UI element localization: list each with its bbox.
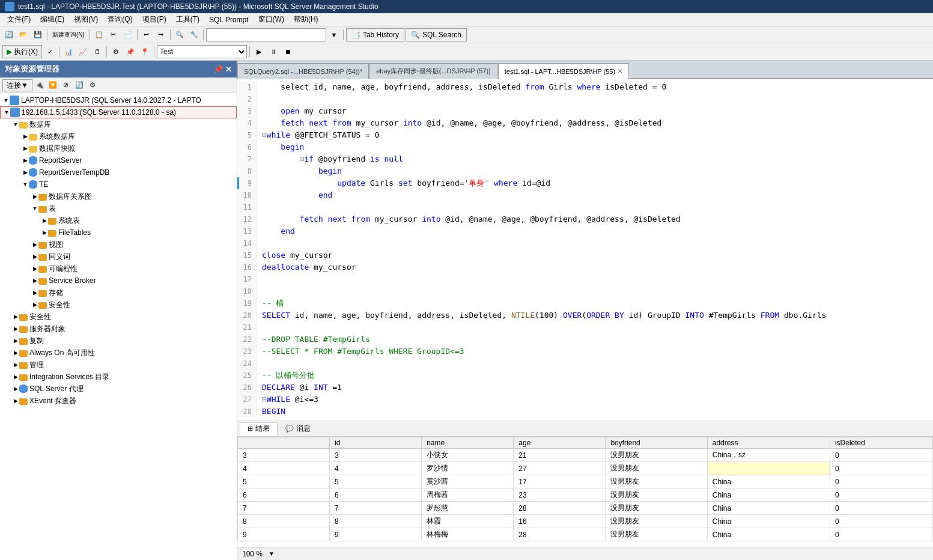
oe-btn-refresh[interactable]: 🔄 [73,79,85,91]
tree-xevent[interactable]: XEvent 探查器 [0,395,237,407]
expand-rs[interactable] [22,157,29,164]
tree-replication[interactable]: 复制 [0,335,237,347]
tree-systables[interactable]: 系统表 [0,215,237,227]
tab-test1-close[interactable]: ✕ [618,68,622,75]
tree-sqlagent[interactable]: SQL Server 代理 [0,383,237,395]
zoom-dropdown[interactable]: ▼ [265,549,278,559]
toolbar-b1[interactable]: 📊 [62,45,75,58]
redo-btn[interactable]: ↪ [154,28,168,41]
toolbar-b5[interactable]: 📌 [124,45,137,58]
checkmark-btn[interactable]: ✓ [43,45,56,58]
undo-btn[interactable]: ↩ [140,28,153,41]
expand-ftbls[interactable] [41,229,48,236]
tab-sqlquery2[interactable]: SQLQuery2.sql -...HBE5DSJR\HP (54))* [237,63,369,79]
tree-programmability[interactable]: 可编程性 [0,263,237,275]
tab-ebay[interactable]: ebay库存同步-最终版(...DSJR\HP (57)) [369,63,497,79]
expand-repl[interactable] [12,337,19,344]
expand-sec-te[interactable] [31,301,38,308]
result-tab-results[interactable]: ⊞ 结果 [240,422,278,436]
expand-mgmt[interactable] [12,361,19,368]
result-content[interactable]: id name age boyfriend address isDeleted … [237,437,933,547]
menu-window[interactable]: 窗口(W) [254,13,289,26]
toolbar-b4[interactable]: ⚙ [109,45,123,58]
expand-snapshots[interactable] [22,145,29,152]
toolbar-b9[interactable]: ⏹ [281,45,294,58]
result-tab-messages[interactable]: 💬 消息 [278,422,318,436]
expand-databases[interactable] [12,121,19,128]
connect-btn[interactable]: 连接▼ [2,79,32,91]
expand-sysdb[interactable] [22,133,29,140]
oe-close-icon[interactable]: ✕ [225,65,232,74]
expand-syn[interactable] [31,253,38,260]
expand-agent[interactable] [12,385,19,392]
tree-tables[interactable]: 表 [0,202,237,215]
tree-reportservertempdb[interactable]: ReportServerTempDB [0,166,237,178]
menu-tools[interactable]: 工具(T) [171,13,204,26]
save-btn[interactable]: 💾 [31,28,44,41]
expand-stor[interactable] [31,289,38,296]
menu-file[interactable]: 文件(F) [2,13,35,26]
tree-filetables[interactable]: FileTables [0,227,237,239]
oe-pin-icon[interactable]: 📌 [213,65,223,74]
tree-management[interactable]: 管理 [0,359,237,371]
sql-search-btn[interactable]: 🔍 SQL Search [406,28,467,41]
toolbar-btn-5[interactable]: 📄 [121,28,135,41]
tree-integration[interactable]: Integration Services 目录 [0,371,237,383]
tree-alwayson[interactable]: Always On 高可用性 [0,347,237,359]
nav-dropdown[interactable]: ▼ [327,28,341,41]
tab-history-btn[interactable]: 📑 Tab History [346,28,404,41]
new-query-btn[interactable]: 🔄 [2,28,16,41]
tree-server-192[interactable]: 192.168.1.5,1433 (SQL Server 11.0.3128.0… [0,106,237,118]
cell-address cell-highlight[interactable] [707,462,830,475]
oe-btn-filter2[interactable]: ⊘ [60,79,72,91]
menu-project[interactable]: 项目(P) [138,13,171,26]
expand-tables[interactable] [31,205,38,212]
tree-server-objects[interactable]: 服务器对象 [0,323,237,335]
expand-laptop[interactable] [2,97,10,104]
menu-sqlprompt[interactable]: SQL Prompt [204,14,254,25]
expand-views[interactable] [31,241,38,248]
new-db-query-btn[interactable]: 新建查询(N) [50,28,87,41]
expand-sec[interactable] [12,313,19,320]
toolbar-b3[interactable]: 🗒 [91,45,104,58]
collapse-5[interactable]: ⊟ [262,130,267,139]
menu-query[interactable]: 查询(Q) [103,13,137,26]
open-btn[interactable]: 📂 [17,28,30,41]
menu-edit[interactable]: 编辑(E) [35,13,69,26]
tree-views[interactable]: 视图 [0,239,237,251]
expand-rstmp[interactable] [22,169,29,176]
toolbar-btn-4[interactable]: ✂ [107,28,120,41]
sql-editor[interactable]: 1 select id, name, age, boyfriend, addre… [237,79,933,421]
tree-diagrams[interactable]: 数据库关系图 [0,190,237,202]
tab-test1[interactable]: test1.sql - LAPT...HBE5DSJR\HP (55) ✕ [498,63,629,79]
toolbar-btn-9[interactable]: 🔧 [187,28,201,41]
expand-prog[interactable] [31,265,38,272]
execute-btn[interactable]: ▶ 执行(X) [2,45,42,58]
tree-databases[interactable]: 数据库 [0,118,237,130]
tree-snapshots[interactable]: 数据库快照 [0,142,237,154]
expand-sb[interactable] [31,277,38,284]
tree-storage[interactable]: 存储 [0,287,237,299]
toolbar-b8[interactable]: ⏸ [267,45,280,58]
oe-btn-disconnect[interactable]: 🔌 [34,79,46,91]
toolbar-btn-3[interactable]: 📋 [93,28,106,41]
tree-security[interactable]: 安全性 [0,311,237,323]
toolbar-btn-8[interactable]: 🔍 [173,28,186,41]
expand-diag[interactable] [31,193,38,200]
toolbar-b7[interactable]: ▶ [252,45,266,58]
expand-192[interactable] [3,109,10,116]
tree-reportserver[interactable]: ReportServer [0,154,237,166]
oe-btn-properties[interactable]: ⚙ [87,79,99,91]
toolbar-b2[interactable]: 📈 [76,45,90,58]
toolbar-b6[interactable]: 📍 [138,45,151,58]
tree-sys-db[interactable]: 系统数据库 [0,130,237,142]
expand-systbls[interactable] [41,217,48,224]
tree-service-broker[interactable]: Service Broker [0,275,237,287]
db-select[interactable]: Test [157,45,247,58]
expand-is[interactable] [12,373,19,380]
nav-input[interactable]: row_ID [206,28,326,41]
menu-view[interactable]: 视图(V) [69,13,103,26]
expand-srvobj[interactable] [12,325,19,332]
menu-help[interactable]: 帮助(H) [289,13,323,26]
collapse-27[interactable]: ⊟ [262,395,267,404]
